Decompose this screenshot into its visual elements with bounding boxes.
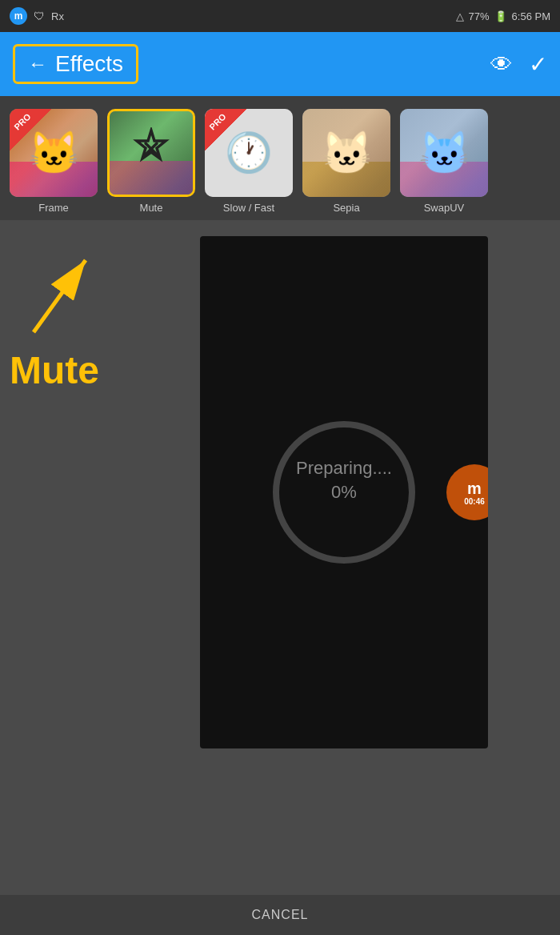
preparing-text: Preparing.... (296, 458, 392, 479)
watermark-logo: m (467, 480, 482, 497)
page-title: Effects (55, 51, 123, 77)
back-icon: ← (28, 53, 47, 75)
effect-thumb-sepia: 🐱 (302, 109, 390, 197)
effect-item-frame[interactable]: PRO 🐱 Frame (10, 109, 98, 214)
annotation-arrow (10, 244, 114, 340)
effect-thumb-swapuv: 🐱 (400, 109, 488, 197)
mute-annotation-label: Mute (10, 348, 99, 392)
main-area: Mute Preparing.... 0% m 00:46 (0, 220, 560, 895)
watermark-badge: m 00:46 (446, 464, 488, 520)
signal-icon: △ (456, 10, 464, 22)
mute-overlay-icon (130, 127, 173, 179)
back-button-area[interactable]: ← Effects (13, 44, 138, 84)
cancel-button[interactable]: CANCEL (252, 908, 309, 922)
progress-circle-container: 0% (264, 412, 424, 572)
preview-eye-icon[interactable]: 👁 (490, 51, 513, 78)
effect-thumb-frame: PRO 🐱 (10, 109, 98, 197)
effect-thumb-mute (107, 109, 195, 197)
video-preview: Preparing.... 0% m 00:46 (200, 236, 488, 748)
app-icon-m: m (10, 7, 27, 25)
effect-item-slowfast[interactable]: PRO 🕐 Slow / Fast (205, 109, 293, 214)
bottom-bar: CANCEL (0, 895, 560, 935)
status-bar-right: △ 77% 🔋 6:56 PM (456, 10, 550, 22)
clock: 6:56 PM (512, 10, 550, 22)
svg-line-3 (34, 260, 86, 332)
effect-label-mute: Mute (140, 202, 163, 214)
header: ← Effects 👁 ✓ (0, 32, 560, 96)
rx-icon: Rx (51, 10, 64, 22)
effect-item-swapuv[interactable]: 🐱 SwapUV (400, 109, 488, 214)
effect-item-mute[interactable]: Mute (107, 109, 195, 214)
effect-label-sepia: Sepia (333, 202, 359, 214)
effect-thumb-slowfast: PRO 🕐 (205, 109, 293, 197)
confirm-check-icon[interactable]: ✓ (529, 51, 547, 78)
effect-label-swapuv: SwapUV (424, 202, 465, 214)
pro-badge-slowfast: PRO (205, 109, 246, 150)
battery-icon: 🔋 (494, 10, 507, 22)
effect-label-frame: Frame (38, 202, 69, 214)
effect-item-sepia[interactable]: 🐱 Sepia (302, 109, 390, 214)
cat-emoji-swapuv: 🐱 (418, 129, 470, 178)
progress-percent-label: 0% (331, 482, 357, 503)
watermark-timestamp: 00:46 (464, 497, 485, 506)
header-actions: 👁 ✓ (490, 51, 547, 78)
status-bar: m 🛡 Rx △ 77% 🔋 6:56 PM (0, 0, 560, 32)
effects-strip: PRO 🐱 Frame Mute (0, 96, 560, 220)
pro-badge-frame: PRO (10, 109, 51, 150)
mute-annotation: Mute (10, 244, 114, 392)
effect-label-slowfast: Slow / Fast (223, 202, 274, 214)
status-bar-left: m 🛡 Rx (10, 7, 64, 25)
shield-icon: 🛡 (34, 10, 45, 22)
battery-level: 77% (469, 10, 490, 22)
cat-emoji-sepia: 🐱 (321, 129, 373, 178)
